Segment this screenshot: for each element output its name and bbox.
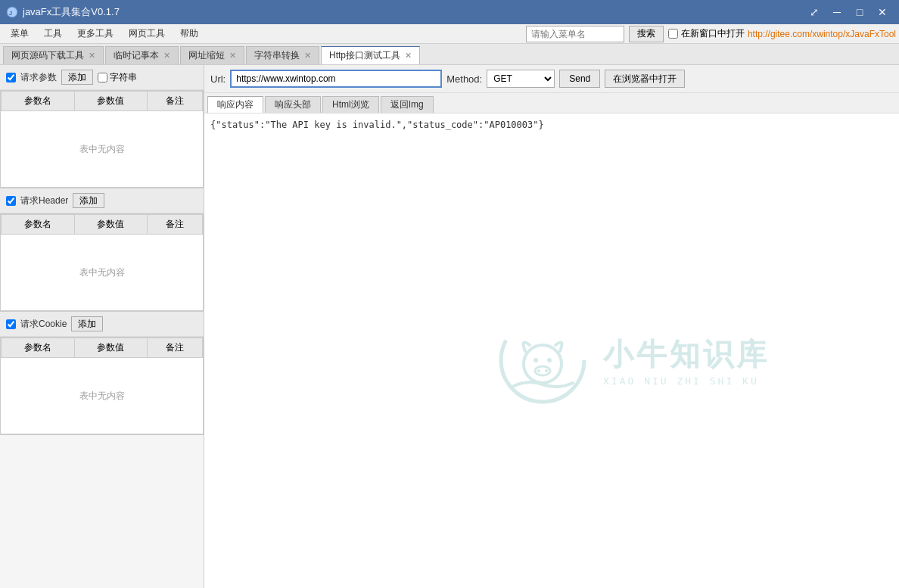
watermark: 小牛知识库 XIAO NIU ZHI SHI KU [497, 315, 770, 406]
url-label: Url: [210, 73, 226, 85]
col-param-name: 参数名 [2, 92, 75, 111]
request-header-table: 参数名 参数值 备注 [1, 214, 203, 235]
expand-btn[interactable]: ⤢ [804, 3, 825, 21]
right-panel: Url: Method: GET POST PUT DELETE PATCH H… [204, 65, 899, 588]
app-icon: J [6, 6, 18, 18]
svg-point-4 [533, 358, 538, 362]
new-window-checkbox[interactable] [668, 29, 678, 39]
tab-close-2[interactable]: ✕ [229, 51, 236, 60]
menu-search-area: 搜索 在新窗口中打开 http://gitee.com/xwintop/xJav… [526, 26, 896, 42]
close-btn[interactable]: ✕ [872, 3, 893, 21]
tab-http-test[interactable]: Http接口测试工具 ✕ [321, 46, 420, 64]
tab-close-4[interactable]: ✕ [405, 51, 412, 60]
request-params-section: 请求参数 添加 字符串 参数名 参数值 备注 [0, 65, 204, 188]
tab-close-1[interactable]: ✕ [163, 51, 170, 60]
request-header-table-wrapper: 参数名 参数值 备注 表中无内容 [0, 213, 204, 311]
menu-item-more[interactable]: 更多工具 [70, 24, 121, 43]
tabs-row: 网页源码下载工具 ✕ 临时记事本 ✕ 网址缩短 ✕ 字符串转换 ✕ Http接口… [0, 44, 899, 65]
new-window-area: 在新窗口中打开 http://gitee.com/xwintop/xJavaFx… [668, 27, 896, 40]
col-header-name: 参数名 [2, 215, 75, 235]
resp-tab-headers[interactable]: 响应头部 [265, 96, 321, 113]
string-checkbox[interactable] [98, 73, 107, 82]
send-button[interactable]: Send [559, 70, 600, 88]
svg-point-8 [545, 369, 548, 372]
title-bar: J javaFx工具集合V0.1.7 ⤢ ─ □ ✕ [0, 0, 899, 24]
request-cookie-checkbox[interactable] [6, 319, 16, 329]
url-input[interactable] [230, 70, 442, 88]
method-label: Method: [446, 73, 482, 85]
request-cookie-table-wrapper: 参数名 参数值 备注 表中无内容 [0, 337, 204, 434]
request-header-section: 请求Header 添加 参数名 参数值 备注 表中无内容 [0, 188, 204, 312]
col-cookie-name: 参数名 [2, 338, 75, 358]
request-header-header: 请求Header 添加 [0, 188, 204, 213]
request-params-add-btn[interactable]: 添加 [61, 70, 93, 85]
browser-button[interactable]: 在浏览器中打开 [605, 70, 685, 88]
request-params-table: 参数名 参数值 备注 [1, 91, 203, 111]
request-header-add-btn[interactable]: 添加 [73, 193, 104, 208]
new-window-label: 在新窗口中打开 [681, 27, 745, 40]
request-params-header: 请求参数 添加 字符串 [0, 65, 204, 90]
response-tabs: 响应内容 响应头部 Html浏览 返回Img [204, 93, 899, 114]
tab-close-3[interactable]: ✕ [304, 51, 311, 60]
watermark-cn-text: 小牛知识库 [603, 334, 770, 375]
response-content-area: {"status":"The API key is invalid.","sta… [204, 114, 899, 588]
request-params-empty: 表中无内容 [1, 111, 203, 187]
restore-btn[interactable]: □ [849, 3, 870, 21]
request-cookie-table: 参数名 参数值 备注 [1, 338, 203, 358]
gitee-link[interactable]: http://gitee.com/xwintop/xJavaFxTool [748, 29, 896, 39]
menu-item-help[interactable]: 帮助 [173, 24, 206, 43]
menu-item-caidan[interactable]: 菜单 [3, 24, 36, 43]
title-bar-left: J javaFx工具集合V0.1.7 [6, 5, 120, 19]
svg-point-2 [501, 319, 584, 402]
main-content: 请求参数 添加 字符串 参数名 参数值 备注 [0, 65, 899, 588]
resp-tab-html[interactable]: Html浏览 [322, 96, 379, 113]
svg-text:J: J [9, 10, 12, 17]
tab-string-convert[interactable]: 字符串转换 ✕ [246, 46, 319, 64]
url-bar: Url: Method: GET POST PUT DELETE PATCH H… [204, 65, 899, 93]
menu-bar: 菜单 工具 更多工具 网页工具 帮助 搜索 在新窗口中打开 http://git… [0, 24, 899, 44]
col-cookie-value: 参数值 [74, 338, 148, 358]
resp-tab-content[interactable]: 响应内容 [207, 96, 263, 113]
tab-notepad[interactable]: 临时记事本 ✕ [105, 46, 179, 64]
request-cookie-empty: 表中无内容 [1, 358, 203, 434]
menu-item-gongju[interactable]: 工具 [36, 24, 70, 43]
request-header-label: 请求Header [20, 194, 68, 207]
tab-url-shorten[interactable]: 网址缩短 ✕ [180, 46, 244, 64]
response-text: {"status":"The API key is invalid.","sta… [210, 120, 893, 130]
watermark-icon [497, 315, 588, 406]
resp-tab-img[interactable]: 返回Img [381, 96, 434, 113]
svg-point-3 [524, 345, 561, 383]
request-header-checkbox[interactable] [6, 196, 16, 206]
request-cookie-section: 请求Cookie 添加 参数名 参数值 备注 表中无内容 [0, 312, 204, 435]
app-title: javaFx工具集合V0.1.7 [23, 5, 120, 19]
string-label: 字符串 [110, 71, 137, 84]
request-cookie-header: 请求Cookie 添加 [0, 312, 204, 337]
string-checkbox-area: 字符串 [98, 71, 137, 84]
col-header-value: 参数值 [74, 215, 148, 235]
title-bar-controls: ⤢ ─ □ ✕ [804, 3, 893, 21]
watermark-en-text: XIAO NIU ZHI SHI KU [603, 375, 770, 387]
request-header-empty: 表中无内容 [1, 235, 203, 310]
search-button[interactable]: 搜索 [629, 26, 664, 42]
watermark-text: 小牛知识库 XIAO NIU ZHI SHI KU [603, 334, 770, 387]
col-cookie-note: 备注 [148, 338, 203, 358]
request-cookie-add-btn[interactable]: 添加 [71, 316, 103, 331]
menu-item-webpage[interactable]: 网页工具 [121, 24, 173, 43]
request-params-label: 请求参数 [20, 71, 57, 84]
col-param-note: 备注 [148, 92, 203, 111]
svg-point-5 [547, 358, 552, 362]
request-cookie-label: 请求Cookie [20, 318, 67, 331]
svg-point-6 [535, 366, 550, 375]
tab-close-0[interactable]: ✕ [89, 51, 95, 60]
method-select[interactable]: GET POST PUT DELETE PATCH HEAD [487, 70, 555, 88]
svg-point-7 [537, 369, 540, 372]
request-params-checkbox[interactable] [6, 73, 16, 82]
search-input[interactable] [526, 26, 624, 42]
col-param-value: 参数值 [74, 92, 148, 111]
left-panel: 请求参数 添加 字符串 参数名 参数值 备注 [0, 65, 204, 588]
minimize-btn[interactable]: ─ [826, 3, 848, 21]
tab-webpage-download[interactable]: 网页源码下载工具 ✕ [3, 46, 104, 64]
col-header-note: 备注 [148, 215, 203, 235]
request-params-table-wrapper: 参数名 参数值 备注 表中无内容 [0, 90, 204, 188]
